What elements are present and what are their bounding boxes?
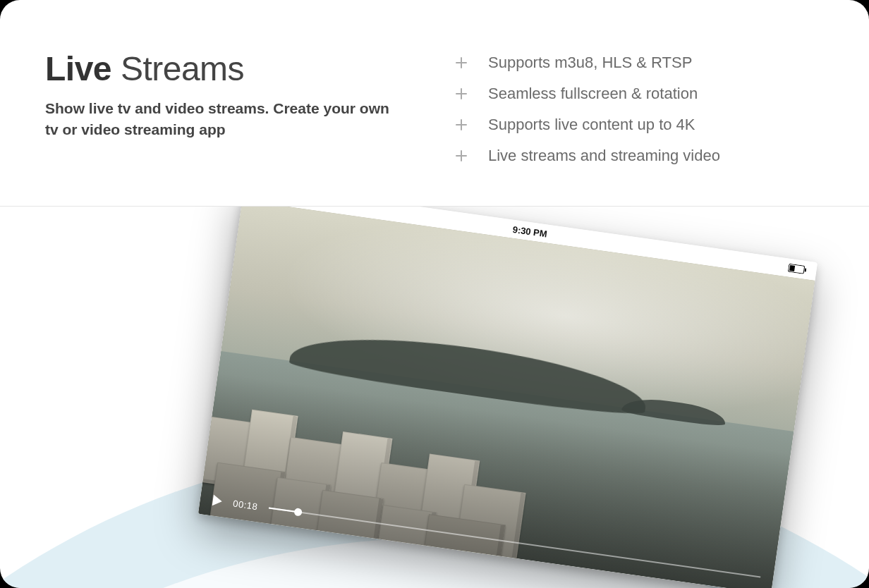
svg-rect-2 xyxy=(805,268,807,271)
battery-icon xyxy=(788,264,807,275)
plus-icon xyxy=(454,56,468,70)
feature-label: Supports live content up to 4K xyxy=(488,116,695,134)
feature-label: Seamless fullscreen & rotation xyxy=(488,85,698,103)
svg-rect-1 xyxy=(789,265,795,271)
feature-item[interactable]: Supports live content up to 4K xyxy=(454,116,824,134)
seek-knob[interactable] xyxy=(294,508,303,516)
status-bar-right xyxy=(788,264,807,275)
header-block: Live Streams Show live tv and video stre… xyxy=(45,49,426,178)
top-section: Live Streams Show live tv and video stre… xyxy=(0,0,869,206)
play-button[interactable] xyxy=(212,494,223,507)
feature-label: Live streams and streaming video xyxy=(488,147,720,165)
plus-icon xyxy=(454,87,468,101)
feature-label: Supports m3u8, HLS & RTSP xyxy=(488,54,692,72)
feature-item[interactable]: Live streams and streaming video xyxy=(454,147,824,165)
screenshot-stage: Carrier 9:30 PM xyxy=(0,207,869,588)
status-bar-time: 9:30 PM xyxy=(512,223,548,239)
feature-item[interactable]: Supports m3u8, HLS & RTSP xyxy=(454,54,824,72)
title-rest: Streams xyxy=(111,50,244,87)
plus-icon xyxy=(454,149,468,163)
section-title: Live Streams xyxy=(45,49,426,88)
title-bold: Live xyxy=(45,50,111,87)
section-subtitle: Show live tv and video streams. Create y… xyxy=(45,98,398,141)
feature-card: Live Streams Show live tv and video stre… xyxy=(0,0,869,588)
feature-list: Supports m3u8, HLS & RTSP Seamless fulls… xyxy=(454,49,824,178)
plus-icon xyxy=(454,118,468,132)
feature-item[interactable]: Seamless fullscreen & rotation xyxy=(454,85,824,103)
